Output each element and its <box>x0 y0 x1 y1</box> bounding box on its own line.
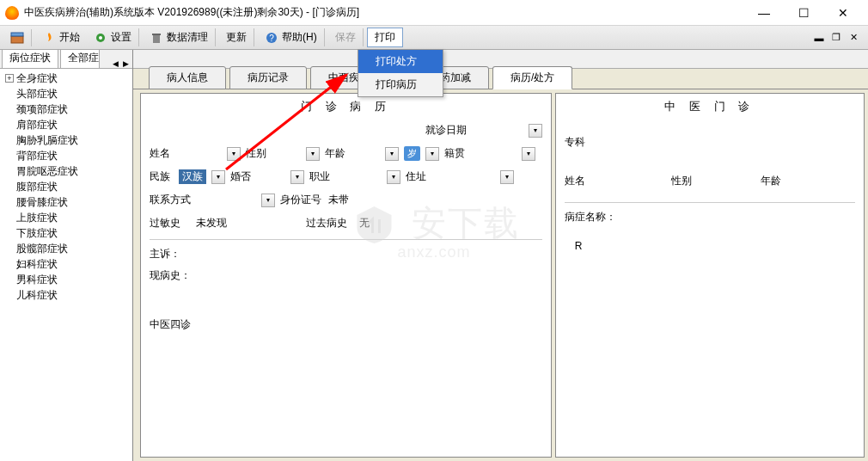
app-icon <box>5 6 19 20</box>
start-button[interactable]: 开始 <box>35 28 87 46</box>
mdi-restore-button[interactable]: ❐ <box>830 32 842 44</box>
symptom-tree[interactable]: +全身症状 头部症状 颈项部症状 肩部症状 胸胁乳膈症状 背部症状 胃脘呕恶症状… <box>0 69 132 461</box>
clean-button[interactable]: 数据清理 <box>143 28 216 46</box>
mdi-minimize-button[interactable]: ▬ <box>813 32 825 44</box>
tcm-clinic-panel: 中 医 门 诊 专科 姓名 性别 年龄 病症名称： R <box>555 93 865 458</box>
tree-item: 胸胁乳膈症状 <box>2 132 131 148</box>
print-button[interactable]: 打印 <box>367 28 403 47</box>
ethnic-label: 民族 <box>150 169 174 184</box>
native-label: 籍贯 <box>444 146 468 161</box>
ethnic-dropdown-icon[interactable]: ▾ <box>211 170 225 184</box>
tree-item: 腹部症状 <box>2 179 131 194</box>
help-label: 帮助(H) <box>282 30 317 45</box>
panels: 门 诊 病 历 就诊日期 ▾ 姓名 ▾ 性别 ▾ 年龄 ▾ 岁 <box>133 89 868 461</box>
window-titlebar: 中医疾病辨治(辅助)系统版本 V201926989((未注册)剩余30天) - … <box>0 0 868 26</box>
tab-prescription[interactable]: 病历/处方 <box>492 66 572 89</box>
tab-scroll-left-icon[interactable]: ◀ <box>110 59 120 68</box>
toolbar-drawer-icon[interactable] <box>3 29 32 46</box>
id-value[interactable]: 未带 <box>328 193 349 207</box>
marriage-dropdown-icon[interactable]: ▾ <box>290 170 304 184</box>
visit-date-dropdown-icon[interactable]: ▾ <box>529 124 542 138</box>
update-button[interactable]: 更新 <box>219 28 254 46</box>
chief-label: 主诉： <box>150 247 542 261</box>
job-label: 职业 <box>309 169 333 184</box>
address-dropdown-icon[interactable]: ▾ <box>500 170 514 184</box>
help-icon: ? <box>265 31 278 45</box>
help-button[interactable]: ? 帮助(H) <box>258 28 325 46</box>
tree-item: 下肢症状 <box>2 225 131 241</box>
name-dropdown-icon[interactable]: ▾ <box>227 147 241 161</box>
sidebar-tabs: 病位症状 全部症 ◀ ▶ <box>0 50 132 69</box>
close-button[interactable]: ✕ <box>823 0 863 26</box>
update-label: 更新 <box>226 30 247 45</box>
tree-item: 股髋部症状 <box>2 241 131 256</box>
visit-date-label: 就诊日期 <box>425 123 467 138</box>
tree-item: 腰骨膝症状 <box>2 194 131 210</box>
svg-rect-5 <box>152 34 161 35</box>
content-tabs: 病人信息 病历记录 中西疾病 证型方药加减 病历/处方 <box>133 69 868 89</box>
tab-patient-info[interactable]: 病人信息 <box>149 66 226 89</box>
contact-dropdown-icon[interactable]: ▾ <box>261 194 275 207</box>
gender-label: 性别 <box>246 146 270 161</box>
svg-text:?: ? <box>269 34 274 43</box>
job-dropdown-icon[interactable]: ▾ <box>387 170 400 184</box>
tree-item: 男科症状 <box>2 272 131 287</box>
tree-item: 背部症状 <box>2 148 131 163</box>
print-rx-item[interactable]: 打印处方 <box>358 50 443 73</box>
tree-item: 颈项部症状 <box>2 101 131 117</box>
settings-button[interactable]: 设置 <box>87 28 139 46</box>
tree-item: 肩部症状 <box>2 117 131 132</box>
native-dropdown-icon[interactable]: ▾ <box>522 147 535 161</box>
allergy-label: 过敏史 <box>150 216 191 230</box>
tab-record[interactable]: 病历记录 <box>229 66 307 89</box>
r-age-label: 年龄 <box>761 174 781 188</box>
tree-item: 头部症状 <box>2 86 131 101</box>
tree-item: 儿科症状 <box>2 287 131 303</box>
sidebar-tab-all[interactable]: 全部症 <box>60 47 100 68</box>
main-toolbar: 开始 设置 数据清理 更新 ? 帮助(H) 保存 打印 ▬ ❐ ✕ 打印处方 打… <box>0 26 868 50</box>
r-name-label: 姓名 <box>565 174 585 188</box>
start-label: 开始 <box>59 30 80 45</box>
save-button[interactable]: 保存 <box>328 28 364 46</box>
age-unit-dropdown-icon[interactable]: ▾ <box>425 147 439 161</box>
svg-point-3 <box>99 36 102 40</box>
tree-item: +全身症状 <box>2 71 131 86</box>
past-value[interactable]: 无 <box>359 216 370 230</box>
contact-label: 联系方式 <box>150 193 191 207</box>
print-label: 打印 <box>375 30 395 45</box>
present-label: 现病史： <box>150 268 542 283</box>
age-dropdown-icon[interactable]: ▾ <box>385 147 399 161</box>
window-controls: — ☐ ✕ <box>744 0 863 26</box>
print-record-item[interactable]: 打印病历 <box>358 73 443 96</box>
marriage-label: 婚否 <box>230 169 254 184</box>
gender-dropdown-icon[interactable]: ▾ <box>306 147 320 161</box>
id-label: 身份证号 <box>280 193 323 207</box>
save-label: 保存 <box>335 30 356 45</box>
name-label: 姓名 <box>150 146 174 161</box>
tcm-exam-label: 中医四诊 <box>150 317 542 332</box>
allergy-value[interactable]: 未发现 <box>196 216 227 230</box>
drawer-icon <box>10 31 24 45</box>
svg-rect-1 <box>11 33 23 36</box>
tab-scroll-right-icon[interactable]: ▶ <box>120 59 131 68</box>
tree-item: 上肢症状 <box>2 210 131 225</box>
disease-label: 病症名称： <box>565 210 855 224</box>
address-label: 住址 <box>406 169 430 184</box>
rx-label: R <box>575 240 855 252</box>
minimize-button[interactable]: — <box>744 0 784 26</box>
print-dropdown: 打印处方 打印病历 <box>358 49 443 97</box>
tree-item: 胃脘呕恶症状 <box>2 163 131 179</box>
gear-icon <box>94 31 107 45</box>
age-unit-badge: 岁 <box>404 146 420 161</box>
sidebar: 病位症状 全部症 ◀ ▶ +全身症状 头部症状 颈项部症状 肩部症状 胸胁乳膈症… <box>0 50 133 461</box>
flame-icon <box>42 31 56 45</box>
clean-label: 数据清理 <box>167 30 208 45</box>
maximize-button[interactable]: ☐ <box>784 0 823 26</box>
sidebar-tab-position[interactable]: 病位症状 <box>2 47 58 68</box>
mdi-close-button[interactable]: ✕ <box>847 32 859 44</box>
right-panel-title: 中 医 门 诊 <box>565 99 855 114</box>
r-gender-label: 性别 <box>671 174 692 188</box>
trash-icon <box>150 31 163 45</box>
ethnic-value[interactable]: 汉族 <box>179 169 206 184</box>
expand-icon[interactable]: + <box>5 74 14 83</box>
